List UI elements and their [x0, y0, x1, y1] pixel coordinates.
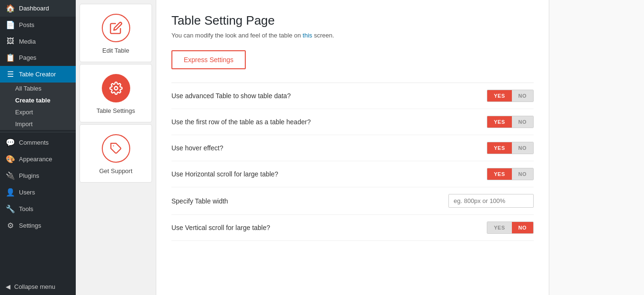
sidebar-item-appearance[interactable]: 🎨 Appearance	[0, 151, 76, 167]
sidebar-item-label: Appearance	[19, 156, 52, 163]
page-subtitle: You can modify the look and feel of the …	[171, 32, 534, 39]
page-title: Table Setting Page	[171, 13, 534, 28]
pages-icon: 📋	[6, 53, 15, 62]
users-icon: 👤	[6, 188, 15, 197]
sidebar-item-dashboard[interactable]: 🏠 Dashboard	[0, 0, 76, 17]
sidebar-item-label: Posts	[19, 21, 35, 28]
comments-icon: 💬	[6, 138, 15, 147]
sidebar-item-label: Settings	[19, 222, 41, 229]
sidebar-sub-all-tables[interactable]: All Tables	[0, 83, 76, 94]
hover-effect-no[interactable]: NO	[512, 142, 534, 154]
sidebar-item-comments[interactable]: 💬 Comments	[0, 134, 76, 151]
edit-table-icon-circle	[102, 14, 130, 42]
table-width-label: Specify Table width	[171, 197, 448, 205]
settings-section: Use advanced Table to show table data? Y…	[171, 83, 534, 241]
right-panel	[549, 0, 644, 295]
media-icon: 🖼	[6, 37, 15, 46]
get-support-icon-circle	[102, 134, 130, 163]
sidebar-divider	[0, 132, 76, 132]
setting-row-vertical-scroll: Use Vertical scroll for large table? YES…	[171, 215, 534, 241]
sidebar-item-settings[interactable]: ⚙ Settings	[0, 217, 76, 234]
sidebar-item-label: Table Creator	[19, 71, 56, 78]
setting-row-table-width: Specify Table width	[171, 187, 534, 215]
first-row-header-toggle: YES NO	[487, 116, 534, 128]
first-row-header-yes[interactable]: YES	[487, 116, 512, 128]
edit-table-card[interactable]: Edit Table	[80, 4, 152, 62]
table-settings-label: Table Settings	[97, 107, 135, 114]
horizontal-scroll-toggle: YES NO	[487, 168, 534, 180]
table-width-input[interactable]	[448, 194, 534, 208]
svg-point-0	[114, 87, 117, 90]
table-settings-icon-circle	[102, 74, 130, 102]
hover-effect-yes[interactable]: YES	[487, 142, 512, 154]
hover-effect-label: Use hover effect?	[171, 144, 487, 152]
tools-icon: 🔧	[6, 204, 15, 213]
setting-row-first-row-header: Use the first row of the table as a tabl…	[171, 109, 534, 135]
setting-row-horizontal-scroll: Use Horizontal scroll for large table? Y…	[171, 161, 534, 187]
horizontal-scroll-no[interactable]: NO	[512, 168, 534, 180]
sidebar-item-label: Dashboard	[19, 5, 49, 12]
sidebar-item-label: Pages	[19, 54, 36, 61]
advanced-table-yes[interactable]: YES	[487, 90, 512, 101]
collapse-icon: ◀	[6, 283, 10, 290]
setting-row-advanced-table: Use advanced Table to show table data? Y…	[171, 83, 534, 109]
advanced-table-toggle: YES NO	[487, 90, 534, 102]
main-wrapper: Edit Table Table Settings Get Support	[76, 0, 644, 295]
first-row-header-label: Use the first row of the table as a tabl…	[171, 118, 487, 126]
sidebar-item-media[interactable]: 🖼 Media	[0, 33, 76, 49]
sidebar-sub-export[interactable]: Export	[0, 106, 76, 118]
plugins-icon: 🔌	[6, 171, 15, 180]
sidebar-sub-create-table[interactable]: Create table	[0, 94, 76, 106]
appearance-icon: 🎨	[6, 155, 15, 164]
dashboard-icon: 🏠	[6, 4, 15, 13]
sidebar-item-label: Media	[19, 38, 36, 45]
express-settings-button[interactable]: Express Settings	[171, 50, 246, 69]
advanced-table-no[interactable]: NO	[512, 90, 534, 101]
vertical-scroll-label: Use Vertical scroll for large table?	[171, 224, 487, 231]
sidebar-item-label: Tools	[19, 205, 33, 212]
vertical-scroll-toggle: YES NO	[487, 221, 534, 234]
icon-panel: Edit Table Table Settings Get Support	[76, 0, 156, 295]
horizontal-scroll-yes[interactable]: YES	[487, 168, 512, 180]
table-settings-card[interactable]: Table Settings	[80, 64, 152, 122]
setting-row-hover-effect: Use hover effect? YES NO	[171, 135, 534, 161]
vertical-scroll-no[interactable]: NO	[512, 222, 534, 233]
sidebar-item-label: Users	[19, 189, 35, 196]
hover-effect-toggle: YES NO	[487, 142, 534, 154]
sidebar-submenu: All Tables Create table Export Import	[0, 83, 76, 130]
sidebar-item-posts[interactable]: 📄 Posts	[0, 17, 76, 33]
collapse-menu-button[interactable]: ◀ Collapse menu	[0, 278, 76, 295]
vertical-scroll-yes[interactable]: YES	[487, 222, 512, 233]
sidebar-item-tools[interactable]: 🔧 Tools	[0, 201, 76, 217]
get-support-label: Get Support	[99, 167, 132, 175]
edit-table-label: Edit Table	[102, 47, 129, 54]
sidebar-item-table-creator[interactable]: ☰ Table Creator	[0, 66, 76, 83]
table-creator-icon: ☰	[6, 70, 15, 79]
content-area: Table Setting Page You can modify the lo…	[156, 0, 549, 295]
sidebar-item-pages[interactable]: 📋 Pages	[0, 49, 76, 66]
get-support-card[interactable]: Get Support	[80, 124, 152, 183]
sidebar-sub-import[interactable]: Import	[0, 118, 76, 130]
horizontal-scroll-label: Use Horizontal scroll for large table?	[171, 170, 487, 178]
collapse-label: Collapse menu	[14, 283, 55, 290]
subtitle-link[interactable]: this	[303, 32, 312, 39]
sidebar-item-users[interactable]: 👤 Users	[0, 184, 76, 201]
posts-icon: 📄	[6, 20, 15, 29]
sidebar-item-plugins[interactable]: 🔌 Plugins	[0, 167, 76, 184]
advanced-table-label: Use advanced Table to show table data?	[171, 92, 487, 100]
sidebar-item-label: Comments	[19, 139, 49, 146]
first-row-header-no[interactable]: NO	[512, 116, 534, 128]
settings-icon: ⚙	[6, 221, 15, 230]
sidebar-item-label: Plugins	[19, 172, 39, 179]
sidebar: 🏠 Dashboard 📄 Posts 🖼 Media 📋 Pages ☰ Ta…	[0, 0, 76, 295]
